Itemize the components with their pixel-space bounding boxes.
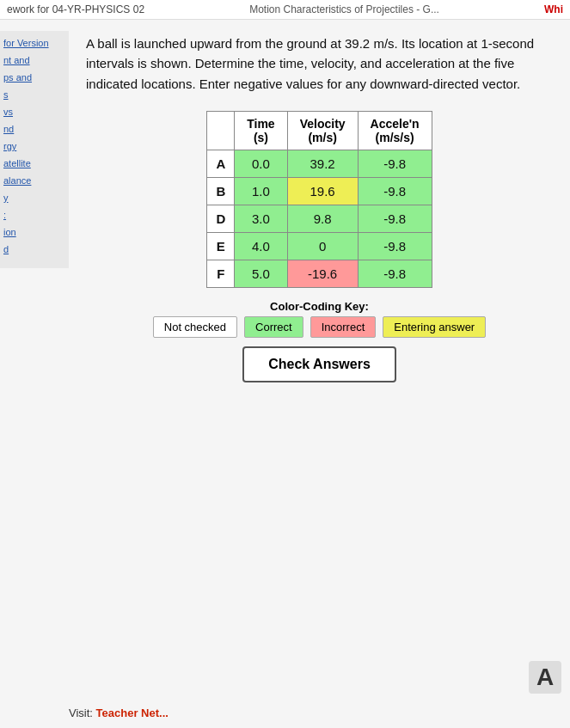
key-correct: Correct [244,316,303,338]
color-key-section: Color-Coding Key: Not checked Correct In… [86,300,553,338]
row-f-acceleration[interactable]: -9.8 [358,260,432,287]
row-a-time[interactable]: 0.0 [235,150,287,177]
sidebar-item-s[interactable]: s [3,89,65,100]
row-e-velocity[interactable]: 0 [287,232,358,260]
top-bar-right: Whi [544,3,563,15]
check-answers-button[interactable]: Check Answers [242,346,396,382]
sidebar-item-atellite[interactable]: atellite [3,158,65,168]
row-f-time[interactable]: 5.0 [235,260,287,287]
row-label-f: F [207,260,235,287]
row-a-velocity[interactable]: 39.2 [287,150,358,177]
col-header-velocity: Velocity(m/s) [287,111,358,150]
col-header-acceleration: Accele'n(m/s/s) [358,111,432,150]
visit-prefix: Visit: [69,707,93,719]
table-row: D 3.0 9.8 -9.8 [207,205,432,232]
sidebar-item-nt-and[interactable]: nt and [3,55,65,65]
sidebar-item-rgy[interactable]: rgy [3,141,65,151]
row-d-velocity[interactable]: 9.8 [287,205,358,232]
sidebar-item-vs[interactable]: vs [3,107,65,117]
top-bar: ework for 04-YR-PHYSICS 02 Motion Charac… [0,0,570,20]
row-label-a: A [207,150,235,177]
sidebar-item-y[interactable]: y [3,193,65,203]
col-header-label [207,111,235,150]
sidebar-item-nd[interactable]: nd [3,124,65,134]
color-key-row: Not checked Correct Incorrect Entering a… [86,316,553,338]
table-row: B 1.0 19.6 -9.8 [207,177,432,205]
sidebar: for Version nt and ps and s vs nd rgy at… [0,31,69,268]
table-row: A 0.0 39.2 -9.8 [207,150,432,177]
main-content: A ball is launched upward from the groun… [69,20,570,396]
sidebar-item-ion[interactable]: ion [3,227,65,237]
table-wrapper: Time(s) Velocity(m/s) Accele'n(m/s/s) A … [86,111,553,288]
check-answers-wrapper: Check Answers [86,346,553,382]
row-a-acceleration[interactable]: -9.8 [358,150,432,177]
key-incorrect: Incorrect [310,316,377,338]
visit-link[interactable]: Teacher Net... [96,707,169,719]
row-e-time[interactable]: 4.0 [235,232,287,260]
data-table: Time(s) Velocity(m/s) Accele'n(m/s/s) A … [206,111,432,288]
row-b-velocity[interactable]: 19.6 [287,177,358,205]
problem-text: A ball is launched upward from the groun… [86,34,553,94]
corner-a-badge: A [529,661,561,694]
col-header-time: Time(s) [235,111,287,150]
top-bar-center: Motion Characteristics of Projectiles - … [155,3,534,15]
table-row: F 5.0 -19.6 -9.8 [207,260,432,287]
row-label-b: B [207,177,235,205]
visit-text: Visit: Teacher Net... [69,707,169,719]
sidebar-item-colon[interactable]: : [3,210,65,220]
row-b-time[interactable]: 1.0 [235,177,287,205]
sidebar-item-alance[interactable]: alance [3,175,65,186]
row-d-time[interactable]: 3.0 [235,205,287,232]
color-key-title: Color-Coding Key: [86,300,553,313]
row-e-acceleration[interactable]: -9.8 [358,232,432,260]
row-label-d: D [207,205,235,232]
key-entering: Entering answer [383,316,486,338]
row-f-velocity[interactable]: -19.6 [287,260,358,287]
row-b-acceleration[interactable]: -9.8 [358,177,432,205]
row-d-acceleration[interactable]: -9.8 [358,205,432,232]
sidebar-item-for-version[interactable]: for Version [3,38,65,48]
sidebar-item-d[interactable]: d [3,244,65,254]
table-row: E 4.0 0 -9.8 [207,232,432,260]
row-label-e: E [207,232,235,260]
sidebar-item-ps-and[interactable]: ps and [3,72,65,83]
key-not-checked: Not checked [153,316,237,338]
top-bar-left: ework for 04-YR-PHYSICS 02 [7,3,144,15]
